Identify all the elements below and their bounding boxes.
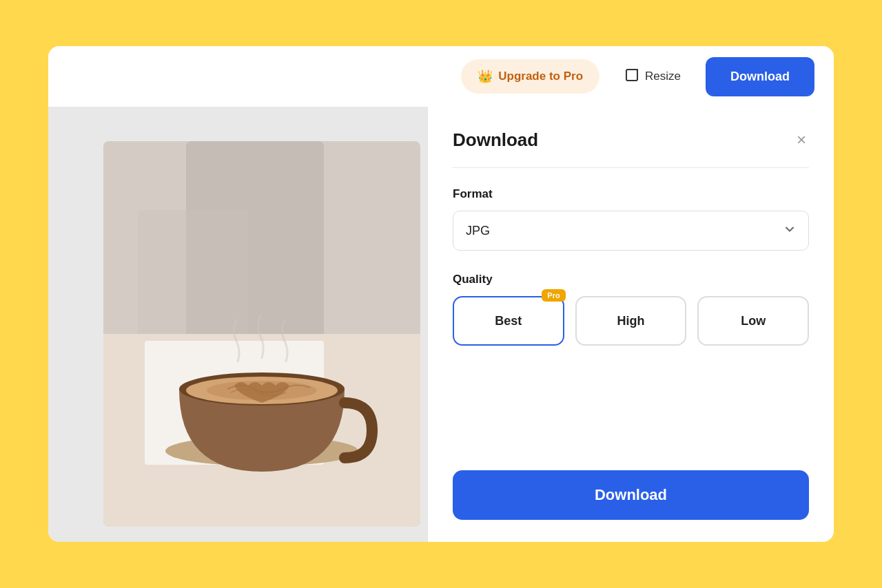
pro-badge: Pro <box>542 289 565 302</box>
quality-high-label: High <box>617 314 645 328</box>
divider <box>453 167 809 168</box>
resize-button[interactable]: Resize <box>611 58 695 96</box>
quality-high-button[interactable]: High <box>575 296 687 346</box>
quality-low-label: Low <box>741 314 766 328</box>
quality-label: Quality <box>453 273 809 286</box>
crown-icon: 👑 <box>478 69 493 84</box>
upgrade-to-pro-button[interactable]: 👑 Upgrade to Pro <box>461 59 599 94</box>
upgrade-label: Upgrade to Pro <box>498 70 583 83</box>
app-container: 👑 Upgrade to Pro Resize Download <box>48 46 834 542</box>
resize-label: Resize <box>645 70 681 83</box>
close-icon: × <box>797 130 806 149</box>
close-button[interactable]: × <box>794 129 809 151</box>
resize-icon <box>624 67 639 86</box>
quality-section: Quality Best Pro High Low <box>453 273 809 370</box>
download-main-button[interactable]: Download <box>453 470 809 520</box>
quality-best-button[interactable]: Best Pro <box>453 296 564 346</box>
download-panel: Download × Format JPG PNG PDF SVG <box>427 107 834 542</box>
svg-rect-3 <box>138 210 248 348</box>
download-header-label: Download <box>730 70 790 83</box>
download-main-label: Download <box>595 486 667 503</box>
panel-header: Download × <box>453 129 809 151</box>
header-bar: 👑 Upgrade to Pro Resize Download <box>48 46 834 107</box>
quality-options: Best Pro High Low <box>453 296 809 346</box>
quality-low-button[interactable]: Low <box>697 296 809 346</box>
format-section: Format JPG PNG PDF SVG <box>453 187 809 273</box>
format-label: Format <box>453 187 809 201</box>
format-select[interactable]: JPG PNG PDF SVG <box>453 211 809 251</box>
svg-rect-0 <box>626 70 637 81</box>
panel-title: Download <box>453 129 538 151</box>
format-wrapper: JPG PNG PDF SVG <box>453 211 809 251</box>
coffee-image <box>103 141 420 527</box>
quality-best-label: Best <box>495 314 522 328</box>
download-header-button[interactable]: Download <box>706 57 814 96</box>
